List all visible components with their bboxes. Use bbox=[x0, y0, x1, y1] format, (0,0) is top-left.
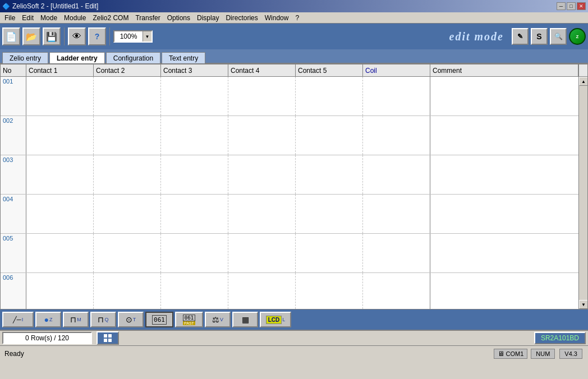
table-row[interactable]: 004 bbox=[1, 195, 587, 234]
timer-t-button[interactable]: ⊙ T bbox=[118, 312, 144, 327]
header-contact2: Contact 2 bbox=[94, 64, 161, 76]
counter-past-button[interactable]: 061 PAST bbox=[175, 312, 203, 327]
title-text: ZelioSoft 2 - [Untitled1 - Edit] bbox=[12, 2, 98, 10]
maximize-button[interactable]: □ bbox=[567, 2, 576, 10]
grid-body[interactable]: 001 002 003 bbox=[1, 77, 587, 309]
row-coil[interactable] bbox=[363, 155, 430, 194]
menu-transfer[interactable]: Transfer bbox=[132, 13, 163, 23]
module-m-button[interactable]: ⊓ M bbox=[63, 312, 89, 327]
row-contact4[interactable] bbox=[228, 77, 296, 115]
grid-icon: ▦ bbox=[242, 315, 249, 324]
row-comment[interactable] bbox=[430, 273, 587, 309]
menu-directories[interactable]: Directories bbox=[222, 13, 261, 23]
row-comment[interactable] bbox=[430, 195, 587, 233]
row-coil[interactable] bbox=[363, 273, 430, 309]
row-contact5[interactable] bbox=[296, 195, 363, 233]
search-button[interactable]: 🔍 bbox=[550, 28, 567, 45]
menu-module[interactable]: Module bbox=[61, 13, 89, 23]
table-row[interactable]: 001 bbox=[1, 77, 587, 116]
zoom-dropdown-button[interactable]: ▼ bbox=[143, 31, 151, 41]
tab-text-entry[interactable]: Text entry bbox=[162, 52, 205, 63]
menu-edit[interactable]: Edit bbox=[19, 13, 37, 23]
row-contact3[interactable] bbox=[161, 273, 228, 309]
header-coil: Coil bbox=[363, 64, 430, 76]
compare-v-button[interactable]: ⚖ V bbox=[205, 312, 231, 327]
tab-configuration[interactable]: Configuration bbox=[106, 52, 160, 63]
coil-z-button[interactable]: ● Z bbox=[35, 312, 61, 327]
open-button[interactable]: 📂 bbox=[22, 27, 40, 45]
save-button[interactable]: 💾 bbox=[43, 27, 61, 45]
new-button[interactable]: 📄 bbox=[2, 27, 20, 45]
row-coil[interactable] bbox=[363, 116, 430, 155]
contact-i-button[interactable]: ╱─ I bbox=[2, 312, 34, 327]
row-contact5[interactable] bbox=[296, 116, 363, 155]
scroll-up-button[interactable]: ▲ bbox=[579, 77, 588, 86]
row-contact3[interactable] bbox=[161, 116, 228, 155]
row-comment[interactable] bbox=[430, 155, 587, 194]
main-grid-area: No Contact 1 Contact 2 Contact 3 Contact… bbox=[0, 64, 588, 309]
row-contact4[interactable] bbox=[228, 195, 296, 233]
menu-mode[interactable]: Mode bbox=[37, 13, 61, 23]
device-icon-button[interactable] bbox=[97, 331, 119, 345]
row-contact2[interactable] bbox=[94, 273, 161, 309]
row-comment[interactable] bbox=[430, 77, 587, 115]
row-contact1[interactable] bbox=[26, 273, 94, 309]
row-contact5[interactable] bbox=[296, 155, 363, 194]
row-coil[interactable] bbox=[363, 77, 430, 115]
s-icon[interactable]: S bbox=[531, 28, 548, 45]
zoom-input[interactable]: 100% bbox=[114, 33, 143, 40]
counter-button[interactable]: 061 bbox=[145, 312, 173, 327]
table-row[interactable]: 006 bbox=[1, 273, 587, 309]
row-contact3[interactable] bbox=[161, 77, 228, 115]
row-comment[interactable] bbox=[430, 234, 587, 272]
row-contact4[interactable] bbox=[228, 273, 296, 309]
row-coil[interactable] bbox=[363, 234, 430, 272]
row-contact2[interactable] bbox=[94, 116, 161, 155]
row-contact1[interactable] bbox=[26, 234, 94, 272]
close-button[interactable]: ✕ bbox=[577, 2, 586, 10]
row-contact4[interactable] bbox=[228, 155, 296, 194]
minimize-button[interactable]: ─ bbox=[557, 2, 566, 10]
menu-help[interactable]: ? bbox=[292, 13, 302, 23]
row-contact2[interactable] bbox=[94, 155, 161, 194]
table-row[interactable]: 003 bbox=[1, 155, 587, 195]
menu-display[interactable]: Display bbox=[194, 13, 222, 23]
row-comment[interactable] bbox=[430, 116, 587, 155]
scroll-down-button[interactable]: ▼ bbox=[579, 300, 588, 309]
module-q-button[interactable]: ⊓ Q bbox=[90, 312, 116, 327]
tab-ladder-entry[interactable]: Ladder entry bbox=[49, 52, 105, 63]
row-contact5[interactable] bbox=[296, 77, 363, 115]
zoom-combo[interactable]: 100% ▼ bbox=[113, 30, 153, 43]
grid-button[interactable]: ▦ bbox=[232, 312, 258, 327]
menu-options[interactable]: Options bbox=[164, 13, 194, 23]
row-contact3[interactable] bbox=[161, 234, 228, 272]
lcd-l-button[interactable]: LCD L bbox=[260, 312, 291, 327]
row-contact4[interactable] bbox=[228, 116, 296, 155]
help-button[interactable]: ? bbox=[88, 27, 106, 45]
vertical-scrollbar[interactable]: ▲ ▼ bbox=[578, 77, 587, 309]
row-contact1[interactable] bbox=[26, 195, 94, 233]
tab-zelio-entry[interactable]: Zelio entry bbox=[2, 52, 48, 63]
row-contact2[interactable] bbox=[94, 195, 161, 233]
table-row[interactable]: 002 bbox=[1, 116, 587, 155]
monitor-button[interactable]: 👁 bbox=[68, 27, 86, 45]
menu-zelio2com[interactable]: Zelio2 COM bbox=[89, 13, 132, 23]
row-contact1[interactable] bbox=[26, 116, 94, 155]
status-right: 🖥 COM1 NUM V4.3 bbox=[494, 349, 588, 359]
row-coil[interactable] bbox=[363, 195, 430, 233]
row-contact1[interactable] bbox=[26, 155, 94, 194]
edit-icon[interactable]: ✎ bbox=[512, 28, 529, 45]
table-row[interactable]: 005 bbox=[1, 234, 587, 273]
row-contact5[interactable] bbox=[296, 234, 363, 272]
row-contact1[interactable] bbox=[26, 77, 94, 115]
row-contact3[interactable] bbox=[161, 195, 228, 233]
row-contact4[interactable] bbox=[228, 234, 296, 272]
menu-file[interactable]: File bbox=[1, 13, 19, 23]
row-contact5[interactable] bbox=[296, 273, 363, 309]
scroll-track[interactable] bbox=[579, 86, 587, 300]
row-contact2[interactable] bbox=[94, 77, 161, 115]
header-no: No bbox=[1, 64, 26, 76]
row-contact2[interactable] bbox=[94, 234, 161, 272]
menu-window[interactable]: Window bbox=[261, 13, 292, 23]
row-contact3[interactable] bbox=[161, 155, 228, 194]
